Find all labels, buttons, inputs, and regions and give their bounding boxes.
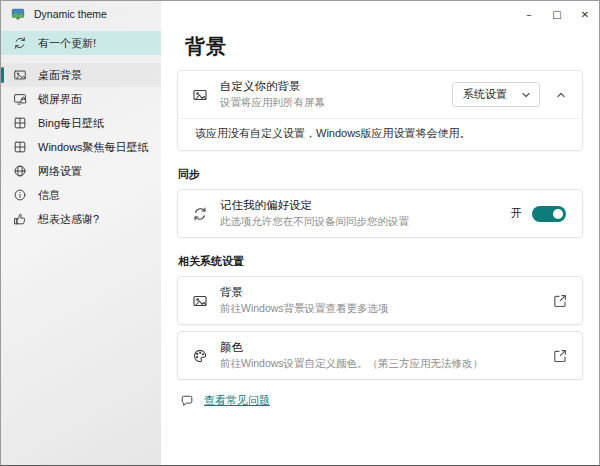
sync-toggle-wrap: 开 (511, 206, 570, 222)
sidebar-item-desktop-background[interactable]: 桌面背景 (1, 63, 161, 87)
card-title: 自定义你的背景 (220, 79, 440, 94)
sidebar-item-say-thanks[interactable]: 想表达感谢? (1, 207, 161, 231)
globe-icon (12, 164, 27, 179)
page-title: 背景 (185, 33, 583, 60)
sidebar-item-label: 网络设置 (38, 164, 82, 179)
related-background-row: 背景 前往Windows背景设置查看更多选项 (178, 277, 582, 324)
main-content: 背景 自定义你的背景 设置将应用到所有屏幕 系统设置 (161, 27, 599, 465)
related-color-card: 颜色 前往Windows设置自定义颜色。（第三方应用无法修改） (177, 331, 583, 380)
sidebar-item-label: 有一个更新! (38, 36, 96, 51)
sidebar-item-info[interactable]: 信息 (1, 183, 161, 207)
card-subtitle: 前往Windows背景设置查看更多选项 (220, 302, 537, 316)
card-title: 颜色 (220, 340, 537, 355)
thumbs-up-icon (12, 212, 27, 227)
open-windows-background-settings-button[interactable] (549, 292, 570, 309)
sync-section-header: 同步 (178, 167, 583, 182)
sync-preferences-card: 记住我的偏好设定 此选项允许您在不同设备间同步您的设置 开 (177, 189, 583, 238)
sidebar-item-label: 想表达感谢? (38, 212, 99, 227)
lockscreen-icon (12, 92, 27, 107)
sidebar-item-lock-screen[interactable]: 锁屏界面 (1, 87, 161, 111)
refresh-icon (12, 36, 27, 51)
maximize-button[interactable]: □ (543, 1, 571, 27)
sync-preferences-row: 记住我的偏好设定 此选项允许您在不同设备间同步您的设置 开 (178, 190, 582, 237)
customize-background-row: 自定义你的背景 设置将应用到所有屏幕 系统设置 (178, 71, 582, 118)
image-icon (12, 68, 27, 83)
external-link-icon (551, 347, 568, 364)
image-icon (191, 86, 208, 103)
card-title: 背景 (220, 285, 537, 300)
sidebar-item-network-settings[interactable]: 网络设置 (1, 159, 161, 183)
collapse-card-button[interactable] (552, 90, 570, 100)
sync-icon (191, 205, 208, 222)
related-color-row: 颜色 前往Windows设置自定义颜色。（第三方应用无法修改） (178, 332, 582, 379)
sidebar-item-label: 锁屏界面 (38, 92, 82, 107)
main-column: – □ ✕ 背景 自定义你的背景 设置将应用到所有屏幕 系统设置 (161, 1, 599, 465)
grid-icon (12, 116, 27, 131)
sidebar-item-update[interactable]: 有一个更新! (1, 31, 161, 55)
sidebar-item-spotlight-daily-wallpaper[interactable]: Windows聚焦每日壁纸 (1, 135, 161, 159)
chat-bubble-icon (179, 393, 194, 408)
customize-background-texts: 自定义你的背景 设置将应用到所有屏幕 (220, 79, 440, 110)
window-title: Dynamic theme (34, 8, 107, 20)
open-windows-color-settings-button[interactable] (549, 347, 570, 364)
sidebar-item-label: 信息 (38, 188, 60, 203)
chevron-up-icon (556, 90, 566, 100)
card-subtitle: 前往Windows设置自定义颜色。（第三方应用无法修改） (220, 357, 537, 371)
related-background-card: 背景 前往Windows背景设置查看更多选项 (177, 276, 583, 325)
toggle-knob (553, 209, 563, 219)
sidebar-item-bing-daily-wallpaper[interactable]: Bing每日壁纸 (1, 111, 161, 135)
sidebar-nav: 桌面背景 锁屏界面 Bing每日壁纸 Windows聚焦每日壁纸 (1, 63, 161, 231)
related-color-texts: 颜色 前往Windows设置自定义颜色。（第三方应用无法修改） (220, 340, 537, 371)
sidebar-item-label: 桌面背景 (38, 68, 82, 83)
sync-toggle[interactable] (532, 206, 566, 222)
related-background-texts: 背景 前往Windows背景设置查看更多选项 (220, 285, 537, 316)
info-icon (12, 188, 27, 203)
related-section-header: 相关系统设置 (178, 254, 583, 269)
sidebar: Dynamic theme 有一个更新! 桌面背景 锁屏界面 (1, 1, 161, 465)
grid-icon (12, 140, 27, 155)
sidebar-item-label: Windows聚焦每日壁纸 (38, 140, 149, 155)
chevron-down-icon (521, 90, 531, 100)
customize-background-card: 自定义你的背景 设置将应用到所有屏幕 系统设置 (177, 70, 583, 151)
faq-link[interactable]: 查看常见问题 (204, 393, 270, 408)
sidebar-item-label: Bing每日壁纸 (38, 116, 104, 131)
titlebar: – □ ✕ (161, 1, 599, 27)
background-source-dropdown[interactable]: 系统设置 (452, 82, 540, 107)
external-link-icon (551, 292, 568, 309)
sync-preferences-texts: 记住我的偏好设定 此选项允许您在不同设备间同步您的设置 (220, 198, 499, 229)
faq-row: 查看常见问题 (179, 393, 583, 408)
minimize-button[interactable]: – (515, 1, 543, 27)
titlebar-left: Dynamic theme (1, 1, 161, 27)
card-title: 记住我的偏好设定 (220, 198, 499, 213)
image-icon (191, 292, 208, 309)
palette-icon (191, 347, 208, 364)
card-subtitle: 此选项允许您在不同设备间同步您的设置 (220, 215, 499, 229)
card-subtitle: 设置将应用到所有屏幕 (220, 96, 440, 110)
no-custom-settings-message: 该应用没有自定义设置，Windows版应用设置将会使用。 (178, 118, 582, 150)
app-window: Dynamic theme 有一个更新! 桌面背景 锁屏界面 (0, 0, 600, 466)
dropdown-value: 系统设置 (463, 87, 507, 102)
toggle-state-label: 开 (511, 206, 522, 221)
close-button[interactable]: ✕ (571, 1, 599, 27)
app-logo-icon (10, 7, 25, 22)
